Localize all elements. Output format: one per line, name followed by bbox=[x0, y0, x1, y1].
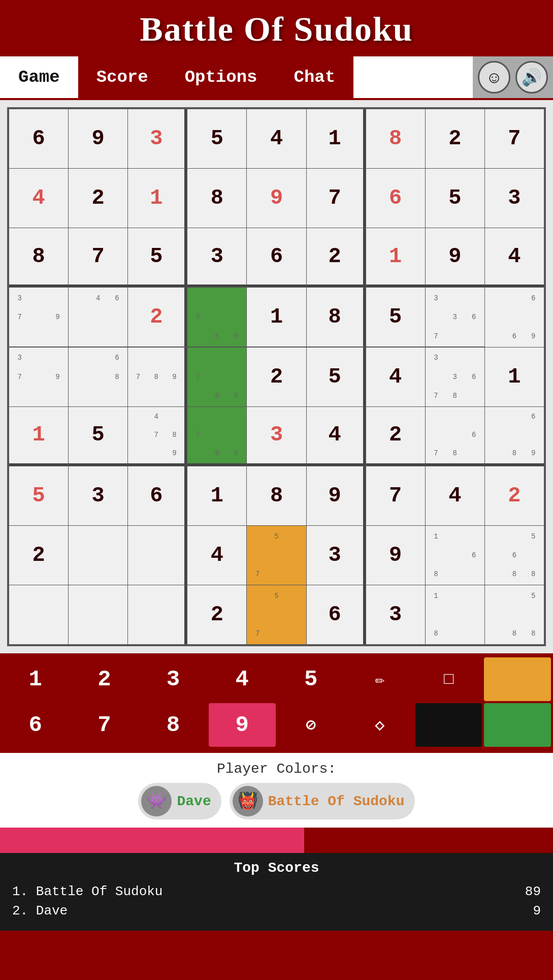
tab-options[interactable]: Options bbox=[167, 56, 276, 98]
tab-game[interactable]: Game bbox=[0, 56, 78, 98]
cell[interactable]: 8 bbox=[187, 169, 246, 228]
cell[interactable]: 6 bbox=[128, 466, 187, 525]
cell[interactable]: 2 bbox=[485, 466, 544, 525]
cell[interactable]: 168 bbox=[426, 526, 484, 585]
cell[interactable]: 769 bbox=[187, 407, 246, 466]
cell[interactable]: 2 bbox=[366, 407, 425, 466]
cell[interactable]: 2 bbox=[69, 169, 127, 228]
square[interactable]: □ bbox=[415, 657, 482, 701]
cell[interactable]: 3 bbox=[187, 228, 246, 287]
cell[interactable]: 18 bbox=[426, 585, 484, 644]
cell[interactable]: 588 bbox=[485, 585, 544, 644]
cell[interactable]: 1 bbox=[187, 466, 246, 525]
cell[interactable]: 1 bbox=[366, 228, 425, 287]
numpad-6[interactable]: 6 bbox=[2, 703, 69, 747]
cell[interactable]: 33678 bbox=[426, 347, 484, 406]
cell[interactable]: 5688 bbox=[485, 526, 544, 585]
emoji-button[interactable]: ☺ bbox=[478, 61, 510, 93]
cell[interactable]: 5 bbox=[128, 228, 187, 287]
cell[interactable]: 6 bbox=[366, 169, 425, 228]
cell[interactable]: 3367 bbox=[426, 288, 484, 346]
cell[interactable]: 5 bbox=[69, 407, 127, 466]
numpad-4[interactable]: 4 bbox=[209, 657, 276, 701]
cell[interactable]: 3 bbox=[128, 109, 187, 168]
cell[interactable]: 7 bbox=[307, 169, 366, 228]
cell[interactable]: 8 bbox=[307, 288, 366, 346]
cell[interactable]: 1 bbox=[128, 169, 187, 228]
cell[interactable]: 4 bbox=[187, 526, 246, 585]
cell[interactable]: 4 bbox=[247, 109, 306, 168]
cell[interactable]: 8 bbox=[247, 466, 306, 525]
cell[interactable]: 3 bbox=[247, 407, 306, 466]
cell[interactable]: 1 bbox=[307, 109, 366, 168]
cell[interactable]: 68 bbox=[69, 347, 127, 406]
cell[interactable]: 3 bbox=[69, 466, 127, 525]
cell[interactable]: 5 bbox=[366, 288, 425, 346]
cell[interactable]: 9 bbox=[307, 466, 366, 525]
cell[interactable]: 379 bbox=[9, 288, 68, 346]
cell[interactable]: 57 bbox=[247, 585, 306, 644]
cell[interactable]: 769 bbox=[187, 288, 246, 346]
cell[interactable]: 9 bbox=[247, 169, 306, 228]
cell[interactable]: 6 bbox=[9, 109, 68, 168]
cell[interactable]: 7 bbox=[69, 228, 127, 287]
numpad-3[interactable]: 3 bbox=[140, 657, 207, 701]
cell[interactable]: 5 bbox=[426, 169, 484, 228]
cell[interactable]: 9 bbox=[366, 526, 425, 585]
cell[interactable]: 8 bbox=[366, 109, 425, 168]
cell[interactable]: 1 bbox=[247, 288, 306, 346]
cell[interactable] bbox=[128, 526, 187, 585]
cell[interactable]: 2 bbox=[426, 109, 484, 168]
cell[interactable]: 669 bbox=[485, 288, 544, 346]
cell[interactable]: 2 bbox=[187, 585, 246, 644]
sound-button[interactable]: 🔊 bbox=[515, 61, 548, 93]
tab-score[interactable]: Score bbox=[78, 56, 167, 98]
cell[interactable]: 8 bbox=[9, 228, 68, 287]
cell[interactable]: 4 bbox=[307, 407, 366, 466]
cell[interactable]: 678 bbox=[426, 407, 484, 466]
cell[interactable]: 3 bbox=[366, 585, 425, 644]
cell[interactable]: 46 bbox=[69, 288, 127, 346]
cell[interactable] bbox=[9, 585, 68, 644]
cell[interactable]: 5 bbox=[307, 347, 366, 406]
numpad-2[interactable]: 2 bbox=[71, 657, 138, 701]
cell[interactable]: 4 bbox=[9, 169, 68, 228]
cell[interactable]: 9 bbox=[69, 109, 127, 168]
cell[interactable]: 1 bbox=[9, 407, 68, 466]
cell[interactable] bbox=[69, 526, 127, 585]
numpad-5[interactable]: 5 bbox=[278, 657, 345, 701]
cell[interactable]: 4 bbox=[366, 347, 425, 406]
cell[interactable]: 789 bbox=[128, 347, 187, 406]
cell[interactable] bbox=[69, 585, 127, 644]
color-orange[interactable] bbox=[484, 657, 551, 701]
cell[interactable]: 57 bbox=[247, 526, 306, 585]
erase[interactable]: ⊘ bbox=[278, 703, 345, 747]
numpad-1[interactable]: 1 bbox=[2, 657, 69, 701]
cell[interactable]: 4 bbox=[485, 228, 544, 287]
cell[interactable]: 2 bbox=[307, 228, 366, 287]
cell[interactable]: 1 bbox=[485, 347, 544, 406]
numpad-7[interactable]: 7 bbox=[71, 703, 138, 747]
diamond[interactable]: ◇ bbox=[346, 703, 413, 747]
numpad-8[interactable]: 8 bbox=[140, 703, 207, 747]
cell[interactable]: 4 bbox=[426, 466, 484, 525]
color-green[interactable] bbox=[484, 703, 551, 747]
cell[interactable]: 9 bbox=[426, 228, 484, 287]
pencil[interactable]: ✏ bbox=[346, 657, 413, 701]
cell[interactable]: 5 bbox=[187, 109, 246, 168]
cell[interactable]: 2 bbox=[247, 347, 306, 406]
tab-chat[interactable]: Chat bbox=[275, 56, 353, 98]
cell[interactable]: 3 bbox=[485, 169, 544, 228]
cell[interactable]: 3 bbox=[307, 526, 366, 585]
numpad-9[interactable]: 9 bbox=[209, 703, 276, 747]
cell[interactable]: 7 bbox=[366, 466, 425, 525]
cell[interactable]: 6 bbox=[247, 228, 306, 287]
cell[interactable]: 7 bbox=[485, 109, 544, 168]
cell[interactable]: 379 bbox=[9, 347, 68, 406]
cell[interactable]: 2 bbox=[9, 526, 68, 585]
cell[interactable]: 4789 bbox=[128, 407, 187, 466]
cell[interactable]: 6 bbox=[307, 585, 366, 644]
cell[interactable] bbox=[128, 585, 187, 644]
cell[interactable]: 689 bbox=[485, 407, 544, 466]
cell[interactable]: 5 bbox=[9, 466, 68, 525]
